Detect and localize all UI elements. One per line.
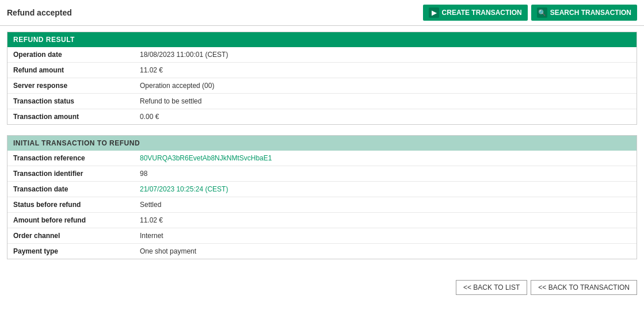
row-label: Refund amount — [13, 66, 140, 74]
table-row: Operation date18/08/2023 11:00:01 (CEST) — [7, 47, 637, 63]
table-row: Transaction reference80VURQA3bR6EvetAb8N… — [7, 151, 637, 166]
header-actions: ▶ CREATE TRANSACTION 🔍 SEARCH TRANSACTIO… — [423, 5, 637, 21]
row-value: 0.00 € — [140, 113, 159, 121]
table-row: Refund amount11.02 € — [7, 63, 637, 78]
refund-result-section: REFUND RESULT Operation date18/08/2023 1… — [7, 32, 637, 125]
row-label: Status before refund — [13, 201, 140, 209]
table-row: Server responseOperation accepted (00) — [7, 78, 637, 94]
table-row: Transaction identifier98 — [7, 166, 637, 182]
row-label: Transaction status — [13, 97, 140, 105]
initial-transaction-body: Transaction reference80VURQA3bR6EvetAb8N… — [7, 151, 637, 259]
table-row: Payment typeOne shot payment — [7, 244, 637, 259]
row-value: Operation accepted (00) — [140, 82, 214, 90]
page-header: Refund accepted ▶ CREATE TRANSACTION 🔍 S… — [0, 0, 644, 26]
row-value: Refund to be settled — [140, 97, 201, 105]
row-value: 98 — [140, 170, 147, 178]
row-label: Operation date — [13, 51, 140, 59]
row-value: Internet — [140, 232, 163, 240]
row-value: One shot payment — [140, 247, 196, 255]
search-icon: 🔍 — [537, 7, 547, 18]
main-content: REFUND RESULT Operation date18/08/2023 1… — [0, 26, 644, 275]
row-value[interactable]: 21/07/2023 10:25:24 (CEST) — [140, 185, 228, 193]
row-label: Transaction date — [13, 185, 140, 193]
table-row: Status before refundSettled — [7, 197, 637, 213]
search-transaction-button[interactable]: 🔍 SEARCH TRANSACTION — [531, 5, 637, 21]
row-value: 11.02 € — [140, 216, 163, 224]
back-to-list-button[interactable]: << BACK TO LIST — [456, 280, 527, 295]
back-to-transaction-button[interactable]: << BACK TO TRANSACTION — [531, 280, 637, 295]
row-value: 11.02 € — [140, 66, 163, 74]
initial-transaction-header: INITIAL TRANSACTION TO REFUND — [7, 136, 637, 151]
row-label: Amount before refund — [13, 216, 140, 224]
row-label: Payment type — [13, 247, 140, 255]
table-row: Amount before refund11.02 € — [7, 213, 637, 228]
row-value[interactable]: 80VURQA3bR6EvetAb8NJkNMtSvcHbaE1 — [140, 154, 272, 162]
table-row: Transaction statusRefund to be settled — [7, 94, 637, 109]
table-row: Transaction date21/07/2023 10:25:24 (CES… — [7, 182, 637, 197]
table-row: Order channelInternet — [7, 228, 637, 244]
refund-result-header: REFUND RESULT — [7, 32, 637, 47]
create-icon: ▶ — [429, 7, 439, 18]
page-title: Refund accepted — [7, 8, 72, 17]
initial-transaction-section: INITIAL TRANSACTION TO REFUND Transactio… — [7, 135, 637, 259]
row-value: Settled — [140, 201, 161, 209]
create-transaction-button[interactable]: ▶ CREATE TRANSACTION — [423, 5, 528, 21]
page-footer: << BACK TO LIST << BACK TO TRANSACTION — [0, 275, 644, 302]
row-label: Transaction amount — [13, 113, 140, 121]
row-value: 18/08/2023 11:00:01 (CEST) — [140, 51, 228, 59]
row-label: Transaction reference — [13, 154, 140, 162]
row-label: Server response — [13, 82, 140, 90]
row-label: Transaction identifier — [13, 170, 140, 178]
refund-result-body: Operation date18/08/2023 11:00:01 (CEST)… — [7, 47, 637, 124]
table-row: Transaction amount0.00 € — [7, 109, 637, 124]
row-label: Order channel — [13, 232, 140, 240]
